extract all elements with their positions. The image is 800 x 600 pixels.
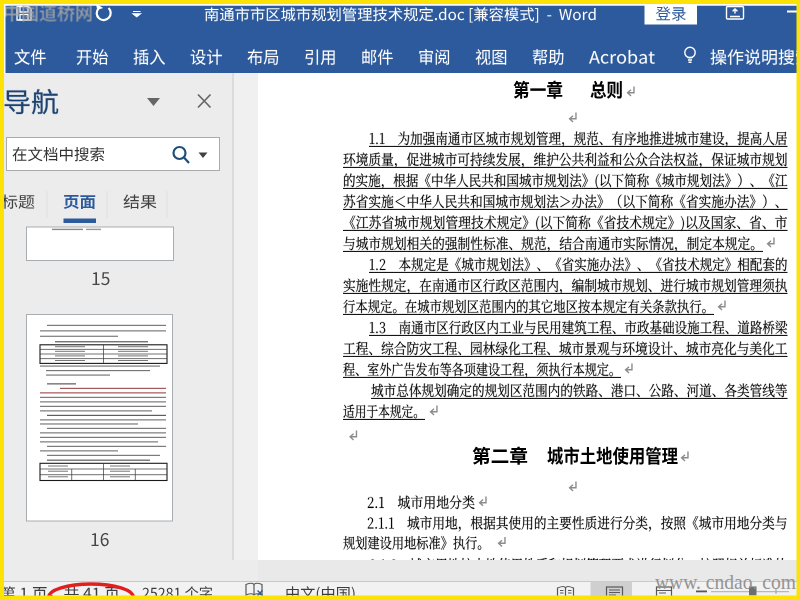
svg-text:www. cndao. com: www. cndao. com: [655, 569, 796, 594]
